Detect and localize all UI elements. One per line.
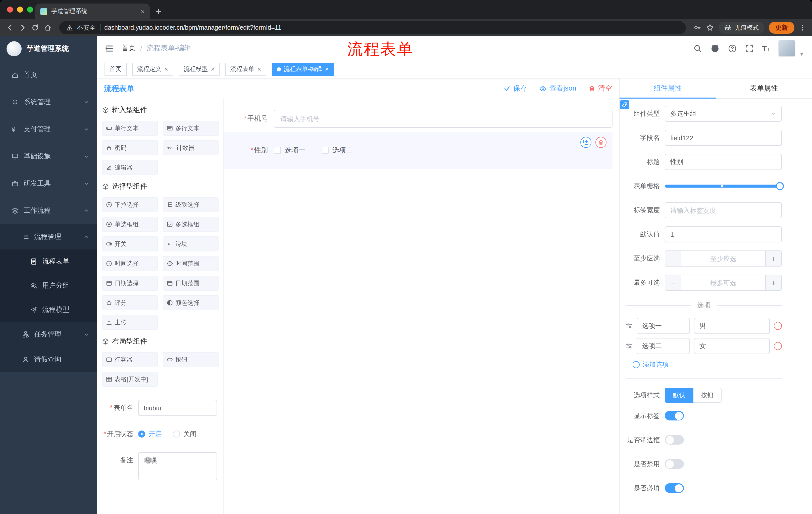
- decrease-button[interactable]: −: [665, 251, 682, 266]
- tag-close-icon[interactable]: ×: [211, 66, 214, 73]
- reload-icon[interactable]: [31, 24, 39, 32]
- palette-item-time-range[interactable]: 时间范围: [163, 256, 219, 271]
- collapse-menu-icon[interactable]: [105, 44, 114, 53]
- drag-handle-icon[interactable]: [626, 322, 633, 329]
- component-type-select[interactable]: 多选框组: [665, 106, 782, 122]
- fullscreen-icon[interactable]: [745, 44, 754, 53]
- form-name-input[interactable]: [138, 400, 217, 416]
- tag-close-icon[interactable]: ×: [257, 66, 261, 73]
- add-option-button[interactable]: + 添加选项: [633, 360, 782, 369]
- link-icon[interactable]: [620, 100, 629, 109]
- tab-component-props[interactable]: 组件属性: [619, 78, 716, 98]
- palette-item-date-picker[interactable]: 日期选择: [102, 276, 158, 291]
- sidebar-item-devtools[interactable]: 研发工具: [0, 170, 97, 197]
- radio-closed[interactable]: 关闭: [173, 430, 197, 438]
- close-window-button[interactable]: [7, 6, 13, 12]
- address-bar[interactable]: 不安全 dashboard.yudao.iocoder.cn/bpm/manag…: [59, 21, 686, 34]
- option-label-input[interactable]: [637, 318, 690, 334]
- radio-open[interactable]: 开启: [138, 430, 162, 438]
- tag-close-icon[interactable]: ×: [325, 66, 329, 73]
- canvas-field-gender-selected[interactable]: *性别 选项一 选项二: [224, 132, 612, 169]
- update-button[interactable]: 更新: [769, 22, 794, 34]
- help-icon[interactable]: [728, 44, 736, 53]
- minimize-window-button[interactable]: [17, 6, 23, 12]
- tab-close-icon[interactable]: ×: [141, 8, 145, 15]
- palette-item-time-picker[interactable]: 时间选择: [102, 256, 158, 271]
- min-select-input[interactable]: [682, 251, 765, 266]
- sidebar-item-process-form[interactable]: 流程表单: [0, 249, 97, 274]
- breadcrumb-home[interactable]: 首页: [122, 44, 136, 53]
- palette-item-color-picker[interactable]: 颜色选择: [163, 295, 219, 310]
- label-width-input[interactable]: [665, 202, 782, 218]
- drag-handle-icon[interactable]: [626, 343, 633, 350]
- palette-item-editor[interactable]: 编辑器: [102, 160, 158, 175]
- forward-icon[interactable]: [19, 24, 27, 32]
- tag-process-definition[interactable]: 流程定义 ×: [132, 63, 173, 76]
- new-tab-button[interactable]: +: [156, 6, 161, 16]
- tag-home[interactable]: 首页: [105, 63, 127, 76]
- password-key-icon[interactable]: [693, 24, 701, 32]
- palette-item-date-range[interactable]: 日期范围: [163, 276, 219, 291]
- delete-field-button[interactable]: [596, 137, 607, 148]
- canvas-field-phone[interactable]: *手机号: [224, 110, 612, 128]
- palette-item-select[interactable]: 下拉选择: [102, 197, 158, 212]
- sidebar-item-leave-query[interactable]: 请假查询: [0, 347, 97, 372]
- back-icon[interactable]: [6, 24, 14, 32]
- slider-handle[interactable]: [776, 182, 784, 190]
- decrease-button[interactable]: −: [665, 275, 682, 290]
- search-icon[interactable]: [693, 44, 702, 53]
- palette-item-checkbox-group[interactable]: 多选框组: [163, 217, 219, 232]
- option-value-input[interactable]: [694, 318, 770, 334]
- sidebar-item-process-mgmt[interactable]: 流程管理: [0, 224, 97, 249]
- increase-button[interactable]: +: [765, 251, 781, 266]
- sidebar-item-infrastructure[interactable]: 基础设施: [0, 143, 97, 170]
- github-icon[interactable]: [710, 44, 720, 53]
- checkbox-option-1[interactable]: 选项一: [274, 146, 305, 155]
- style-button-button[interactable]: 按钮: [693, 388, 722, 403]
- show-label-toggle[interactable]: [665, 411, 684, 421]
- increase-button[interactable]: +: [765, 275, 781, 290]
- border-toggle[interactable]: [665, 435, 684, 444]
- palette-item-multi-text[interactable]: 多行文本: [163, 121, 219, 136]
- sidebar-item-user-groups[interactable]: 用户分组: [0, 274, 97, 298]
- option-value-input[interactable]: [694, 338, 770, 354]
- sidebar-item-payment[interactable]: ¥ 支付管理: [0, 116, 97, 143]
- tag-process-form-edit[interactable]: 流程表单-编辑 ×: [272, 63, 334, 76]
- clear-button[interactable]: 清空: [588, 84, 612, 93]
- palette-item-slider[interactable]: 滑块: [163, 236, 219, 251]
- checkbox-option-2[interactable]: 选项二: [321, 146, 353, 155]
- save-button[interactable]: 保存: [504, 84, 527, 93]
- copy-field-button[interactable]: [580, 137, 591, 148]
- palette-item-counter[interactable]: 123计数器: [163, 140, 219, 155]
- remove-option-button[interactable]: −: [774, 342, 782, 350]
- required-toggle[interactable]: [665, 483, 684, 493]
- sidebar-item-system[interactable]: 系统管理: [0, 88, 97, 116]
- style-default-button[interactable]: 默认: [665, 388, 693, 403]
- sidebar-item-workflow[interactable]: 工作流程: [0, 197, 97, 224]
- sidebar-item-task-mgmt[interactable]: 任务管理: [0, 322, 97, 347]
- font-size-icon[interactable]: TT: [762, 45, 770, 52]
- phone-input[interactable]: [274, 110, 612, 128]
- browser-tab[interactable]: 芋道管理系统 ×: [35, 3, 150, 19]
- zoom-window-button[interactable]: [27, 6, 33, 12]
- default-value-input[interactable]: [665, 226, 782, 242]
- palette-item-button[interactable]: 按钮: [163, 352, 219, 367]
- remove-option-button[interactable]: −: [774, 322, 782, 330]
- palette-item-cascader[interactable]: 级联选择: [163, 197, 219, 212]
- avatar[interactable]: [778, 40, 795, 57]
- tag-process-form[interactable]: 流程表单 ×: [225, 63, 266, 76]
- disabled-toggle[interactable]: [665, 459, 684, 469]
- palette-item-password[interactable]: 密码: [102, 140, 158, 155]
- max-select-input[interactable]: [682, 275, 765, 290]
- palette-item-row-container[interactable]: 行容器: [102, 352, 158, 367]
- palette-item-upload[interactable]: 上传: [102, 315, 158, 330]
- palette-item-table[interactable]: 表格[开发中]: [102, 372, 158, 387]
- form-remark-textarea[interactable]: [138, 452, 217, 480]
- sidebar-item-home[interactable]: 首页: [0, 61, 97, 88]
- tag-process-model[interactable]: 流程模型 ×: [179, 63, 220, 76]
- title-input[interactable]: [665, 154, 782, 170]
- palette-item-radio-group[interactable]: 单选框组: [102, 217, 158, 232]
- palette-item-rate[interactable]: 评分: [102, 295, 158, 310]
- option-label-input[interactable]: [637, 338, 690, 354]
- home-nav-icon[interactable]: [44, 24, 52, 32]
